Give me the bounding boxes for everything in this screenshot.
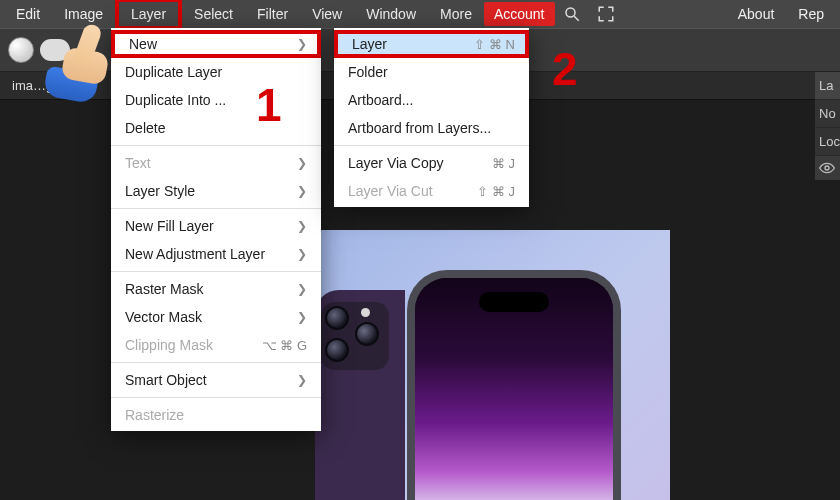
submenu-arrow-icon: ❯ — [297, 373, 307, 387]
menu-item-vector-mask[interactable]: Vector Mask ❯ — [111, 303, 321, 331]
svg-line-1 — [574, 16, 579, 21]
fullscreen-icon[interactable] — [589, 1, 623, 27]
menu-item-text: Text ❯ — [111, 149, 321, 177]
menubar: Edit Image Layer Select Filter View Wind… — [0, 0, 840, 28]
menu-view[interactable]: View — [300, 2, 354, 26]
menu-item-new-adjustment-layer[interactable]: New Adjustment Layer ❯ — [111, 240, 321, 268]
menu-about[interactable]: About — [726, 2, 787, 26]
submenu-item-layer-via-copy[interactable]: Layer Via Copy ⌘ J — [334, 149, 529, 177]
layer-visibility-icon[interactable] — [815, 156, 840, 180]
menu-item-smart-object[interactable]: Smart Object ❯ — [111, 366, 321, 394]
submenu-item-artboard[interactable]: Artboard... — [334, 86, 529, 114]
foreground-color-swatch[interactable] — [8, 37, 34, 63]
menu-layer[interactable]: Layer — [115, 0, 182, 30]
annotation-step-1: 1 — [256, 78, 282, 132]
menu-more[interactable]: More — [428, 2, 484, 26]
menu-item-label: Layer — [352, 36, 387, 52]
canvas-image:  — [315, 230, 670, 500]
submenu-arrow-icon: ❯ — [297, 247, 307, 261]
menubar-right: About Rep — [726, 2, 836, 26]
menu-item-label: Clipping Mask — [125, 337, 213, 353]
menu-filter[interactable]: Filter — [245, 2, 300, 26]
menu-shortcut: ⌥ ⌘ G — [262, 338, 307, 353]
right-panel: La No Locl — [815, 72, 840, 180]
menu-item-label: New Fill Layer — [125, 218, 214, 234]
menu-window[interactable]: Window — [354, 2, 428, 26]
menu-item-duplicate-into[interactable]: Duplicate Into ... — [111, 86, 321, 114]
menu-item-label: Delete — [125, 120, 165, 136]
menu-item-label: Artboard from Layers... — [348, 120, 491, 136]
menu-edit[interactable]: Edit — [4, 2, 52, 26]
submenu-item-layer[interactable]: Layer ⇧ ⌘ N — [334, 30, 529, 58]
menu-separator — [111, 208, 321, 209]
menu-item-label: Folder — [348, 64, 388, 80]
menu-shortcut: ⇧ ⌘ N — [474, 37, 515, 52]
menu-item-label: Raster Mask — [125, 281, 204, 297]
menu-report[interactable]: Rep — [786, 2, 836, 26]
menu-item-label: Duplicate Layer — [125, 64, 222, 80]
menu-item-new[interactable]: New ❯ — [111, 30, 321, 58]
pointer-hand-icon — [45, 28, 115, 98]
menu-separator — [111, 271, 321, 272]
menu-item-new-fill-layer[interactable]: New Fill Layer ❯ — [111, 212, 321, 240]
menu-item-label: New — [129, 36, 157, 52]
menu-item-clipping-mask: Clipping Mask ⌥ ⌘ G — [111, 331, 321, 359]
submenu-item-artboard-from-layers[interactable]: Artboard from Layers... — [334, 114, 529, 142]
search-icon[interactable] — [555, 1, 589, 27]
menu-item-label: Text — [125, 155, 151, 171]
annotation-step-2: 2 — [552, 42, 578, 96]
menu-account[interactable]: Account — [484, 2, 555, 26]
menu-item-label: Smart Object — [125, 372, 207, 388]
menu-separator — [111, 362, 321, 363]
submenu-arrow-icon: ❯ — [297, 219, 307, 233]
menu-separator — [111, 397, 321, 398]
menu-item-label: New Adjustment Layer — [125, 246, 265, 262]
menu-item-label: Duplicate Into ... — [125, 92, 226, 108]
menu-item-label: Layer Style — [125, 183, 195, 199]
menu-item-rasterize: Rasterize — [111, 401, 321, 429]
phone-front-illustration — [407, 270, 621, 500]
layer-dropdown-menu: New ❯ Duplicate Layer Duplicate Into ...… — [111, 28, 321, 431]
menu-item-raster-mask[interactable]: Raster Mask ❯ — [111, 275, 321, 303]
panel-lock-row[interactable]: Locl — [815, 128, 840, 156]
submenu-item-layer-via-cut: Layer Via Cut ⇧ ⌘ J — [334, 177, 529, 205]
panel-blend-mode[interactable]: No — [815, 100, 840, 128]
menu-item-delete[interactable]: Delete — [111, 114, 321, 142]
panel-layers-tab[interactable]: La — [815, 72, 840, 100]
new-submenu: Layer ⇧ ⌘ N Folder Artboard... Artboard … — [334, 28, 529, 207]
svg-point-2 — [825, 166, 829, 170]
menu-image[interactable]: Image — [52, 2, 115, 26]
submenu-arrow-icon: ❯ — [297, 156, 307, 170]
camera-module-illustration — [321, 302, 389, 370]
submenu-arrow-icon: ❯ — [297, 184, 307, 198]
submenu-arrow-icon: ❯ — [297, 37, 307, 51]
menu-item-label: Layer Via Cut — [348, 183, 433, 199]
app-root: Edit Image Layer Select Filter View Wind… — [0, 0, 840, 500]
menu-shortcut: ⇧ ⌘ J — [477, 184, 515, 199]
submenu-arrow-icon: ❯ — [297, 310, 307, 324]
menu-select[interactable]: Select — [182, 2, 245, 26]
menu-shortcut: ⌘ J — [492, 156, 515, 171]
menu-separator — [111, 145, 321, 146]
menu-item-duplicate-layer[interactable]: Duplicate Layer — [111, 58, 321, 86]
submenu-item-folder[interactable]: Folder — [334, 58, 529, 86]
svg-point-0 — [566, 8, 575, 17]
menu-item-label: Artboard... — [348, 92, 413, 108]
submenu-arrow-icon: ❯ — [297, 282, 307, 296]
menu-item-label: Layer Via Copy — [348, 155, 443, 171]
menu-item-label: Vector Mask — [125, 309, 202, 325]
menu-separator — [334, 145, 529, 146]
menu-item-label: Rasterize — [125, 407, 184, 423]
menu-item-layer-style[interactable]: Layer Style ❯ — [111, 177, 321, 205]
